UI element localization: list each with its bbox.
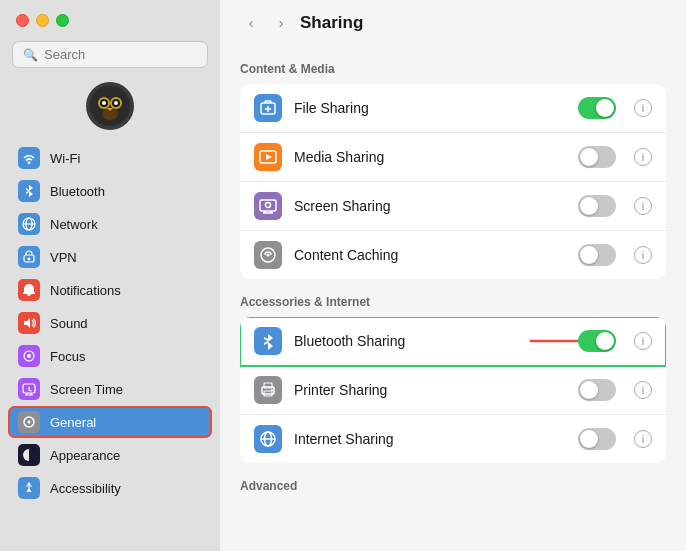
sidebar-item-focus[interactable]: Focus xyxy=(8,340,212,372)
content-caching-label: Content Caching xyxy=(294,247,566,263)
file-sharing-row: File Sharing i xyxy=(240,84,666,133)
focus-icon xyxy=(18,345,40,367)
maximize-button[interactable] xyxy=(56,14,69,27)
general-icon xyxy=(18,411,40,433)
sound-icon xyxy=(18,312,40,334)
section-title-content-media: Content & Media xyxy=(240,62,666,76)
printer-sharing-label: Printer Sharing xyxy=(294,382,566,398)
internet-sharing-toggle[interactable] xyxy=(578,428,616,450)
sidebar-item-label-screen-time: Screen Time xyxy=(50,382,123,397)
close-button[interactable] xyxy=(16,14,29,27)
sidebar-item-label-focus: Focus xyxy=(50,349,85,364)
svg-point-13 xyxy=(28,258,31,261)
sidebar-item-label-notifications: Notifications xyxy=(50,283,121,298)
screen-sharing-icon xyxy=(254,192,282,220)
notifications-icon xyxy=(18,279,40,301)
accessories-group: Bluetooth Sharing i xyxy=(240,317,666,463)
sidebar: 🔍 Wi-Fi xyxy=(0,0,220,551)
svg-rect-27 xyxy=(260,200,276,211)
svg-point-21 xyxy=(28,483,31,486)
settings-content: Content & Media File Sharing i xyxy=(220,46,686,551)
sidebar-item-label-appearance: Appearance xyxy=(50,448,120,463)
vpn-icon xyxy=(18,246,40,268)
sidebar-item-screen-time[interactable]: Screen Time xyxy=(8,373,212,405)
main-content: ‹ › Sharing Content & Media File Sharing xyxy=(220,0,686,551)
wifi-icon xyxy=(18,147,40,169)
sidebar-item-bluetooth[interactable]: Bluetooth xyxy=(8,175,212,207)
search-box[interactable]: 🔍 xyxy=(12,41,208,68)
printer-sharing-toggle[interactable] xyxy=(578,379,616,401)
media-sharing-label: Media Sharing xyxy=(294,149,566,165)
file-sharing-label: File Sharing xyxy=(294,100,566,116)
traffic-lights xyxy=(0,0,220,37)
bluetooth-icon xyxy=(18,180,40,202)
svg-marker-14 xyxy=(24,318,30,328)
sidebar-item-sound[interactable]: Sound xyxy=(8,307,212,339)
content-media-group: File Sharing i Media Sharing i xyxy=(240,84,666,279)
svg-point-19 xyxy=(28,421,31,424)
svg-point-36 xyxy=(271,389,273,391)
sidebar-item-network[interactable]: Network xyxy=(8,208,212,240)
accessibility-icon xyxy=(18,477,40,499)
content-caching-info[interactable]: i xyxy=(634,246,652,264)
bluetooth-sharing-toggle[interactable] xyxy=(578,330,616,352)
sidebar-item-label-network: Network xyxy=(50,217,98,232)
screen-time-icon xyxy=(18,378,40,400)
sidebar-item-label-vpn: VPN xyxy=(50,250,77,265)
search-input[interactable] xyxy=(44,47,197,62)
avatar-image xyxy=(90,86,130,126)
printer-sharing-info[interactable]: i xyxy=(634,381,652,399)
back-button[interactable]: ‹ xyxy=(240,12,262,34)
bluetooth-sharing-icon xyxy=(254,327,282,355)
avatar xyxy=(86,82,134,130)
media-sharing-info[interactable]: i xyxy=(634,148,652,166)
content-caching-icon xyxy=(254,241,282,269)
appearance-icon xyxy=(18,444,40,466)
sidebar-item-appearance[interactable]: Appearance xyxy=(8,439,212,471)
sidebar-item-wifi[interactable]: Wi-Fi xyxy=(8,142,212,174)
sidebar-item-label-sound: Sound xyxy=(50,316,88,331)
minimize-button[interactable] xyxy=(36,14,49,27)
bluetooth-sharing-info[interactable]: i xyxy=(634,332,652,350)
search-icon: 🔍 xyxy=(23,48,38,62)
file-sharing-info[interactable]: i xyxy=(634,99,652,117)
bluetooth-sharing-row: Bluetooth Sharing i xyxy=(240,317,666,366)
media-sharing-icon xyxy=(254,143,282,171)
internet-sharing-info[interactable]: i xyxy=(634,430,652,448)
svg-point-30 xyxy=(267,254,270,257)
svg-point-16 xyxy=(27,354,31,358)
sidebar-item-label-accessibility: Accessibility xyxy=(50,481,121,496)
sidebar-items: Wi-Fi Bluetooth Network xyxy=(0,142,220,551)
internet-sharing-icon xyxy=(254,425,282,453)
section-title-advanced: Advanced xyxy=(240,479,666,493)
screen-sharing-toggle[interactable] xyxy=(578,195,616,217)
section-title-accessories: Accessories & Internet xyxy=(240,295,666,309)
internet-sharing-row: Internet Sharing i xyxy=(240,415,666,463)
printer-sharing-row: Printer Sharing i xyxy=(240,366,666,415)
content-caching-row: Content Caching i xyxy=(240,231,666,279)
page-title: Sharing xyxy=(300,13,363,33)
sidebar-item-label-general: General xyxy=(50,415,96,430)
network-icon xyxy=(18,213,40,235)
sidebar-item-label-bluetooth: Bluetooth xyxy=(50,184,105,199)
sidebar-item-notifications[interactable]: Notifications xyxy=(8,274,212,306)
sidebar-item-accessibility[interactable]: Accessibility xyxy=(8,472,212,504)
content-caching-toggle[interactable] xyxy=(578,244,616,266)
forward-button[interactable]: › xyxy=(270,12,292,34)
screen-sharing-row: Screen Sharing i xyxy=(240,182,666,231)
internet-sharing-label: Internet Sharing xyxy=(294,431,566,447)
screen-sharing-label: Screen Sharing xyxy=(294,198,566,214)
svg-point-28 xyxy=(266,203,271,208)
media-sharing-row: Media Sharing i xyxy=(240,133,666,182)
bluetooth-sharing-label: Bluetooth Sharing xyxy=(294,333,566,349)
printer-sharing-icon xyxy=(254,376,282,404)
sidebar-item-general[interactable]: General xyxy=(8,406,212,438)
svg-marker-26 xyxy=(266,154,272,160)
svg-point-5 xyxy=(102,101,106,105)
media-sharing-toggle[interactable] xyxy=(578,146,616,168)
svg-point-6 xyxy=(114,101,118,105)
sidebar-item-vpn[interactable]: VPN xyxy=(8,241,212,273)
file-sharing-toggle[interactable] xyxy=(578,97,616,119)
screen-sharing-info[interactable]: i xyxy=(634,197,652,215)
titlebar: ‹ › Sharing xyxy=(220,0,686,46)
